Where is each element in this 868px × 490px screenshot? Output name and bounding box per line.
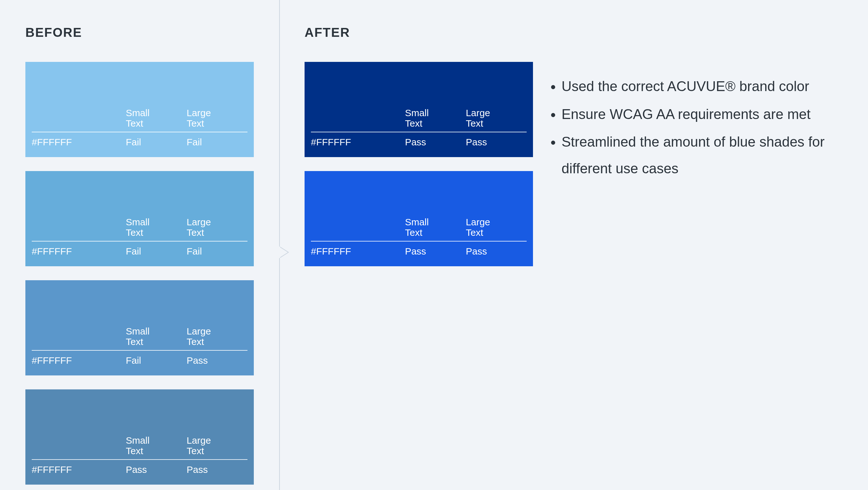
note-item: Streamlined the amount of blue shades fo… xyxy=(561,128,843,182)
small-text-result: Fail xyxy=(126,350,187,368)
contrast-table: #FFFFFFSmallTextLargeText#FFFFFFPassPass xyxy=(311,215,527,258)
after-swatch: #FFFFFFSmallTextLargeText#FFFFFFPassPass xyxy=(305,171,533,266)
contrast-table: #FFFFFFSmallTextLargeText#FFFFFFFailFail xyxy=(32,215,247,258)
hex-value: #FFFFFF xyxy=(32,132,126,150)
page: BEFORE #FFFFFFSmallTextLargeText#FFFFFFF… xyxy=(0,0,868,490)
before-swatch: #FFFFFFSmallTextLargeText#FFFFFFFailFail xyxy=(25,171,254,266)
after-heading: AFTER xyxy=(305,25,533,40)
before-column: BEFORE #FFFFFFSmallTextLargeText#FFFFFFF… xyxy=(0,0,279,490)
hex-value: #FFFFFF xyxy=(32,241,126,258)
small-text-header: SmallText xyxy=(126,106,187,132)
before-swatch-list: #FFFFFFSmallTextLargeText#FFFFFFFailFail… xyxy=(25,62,254,485)
before-swatch: #FFFFFFSmallTextLargeText#FFFFFFFailPass xyxy=(25,280,254,375)
large-text-header: LargeText xyxy=(466,215,527,241)
contrast-table: #FFFFFFSmallTextLargeText#FFFFFFPassPass xyxy=(311,106,527,150)
small-text-header: SmallText xyxy=(126,215,187,241)
small-text-result: Fail xyxy=(126,241,187,258)
hex-value: #FFFFFF xyxy=(32,460,126,477)
hex-value: #FFFFFF xyxy=(311,132,405,150)
before-swatch: #FFFFFFSmallTextLargeText#FFFFFFPassPass xyxy=(25,389,254,485)
large-text-result: Pass xyxy=(187,460,247,477)
small-text-header: SmallText xyxy=(126,433,187,460)
large-text-result: Pass xyxy=(466,241,527,258)
hex-value: #FFFFFF xyxy=(32,350,126,368)
notes-wrap: Used the correct ACUVUE® brand colorEnsu… xyxy=(549,25,843,477)
before-swatch: #FFFFFFSmallTextLargeText#FFFFFFFailFail xyxy=(25,62,254,157)
large-text-result: Pass xyxy=(187,350,247,368)
small-text-result: Fail xyxy=(126,132,187,150)
small-text-header: SmallText xyxy=(405,106,466,132)
large-text-header: LargeText xyxy=(466,106,527,132)
after-swatch-list: #FFFFFFSmallTextLargeText#FFFFFFPassPass… xyxy=(305,62,533,266)
before-heading: BEFORE xyxy=(25,25,254,40)
notes-list: Used the correct ACUVUE® brand colorEnsu… xyxy=(549,73,843,182)
after-column: AFTER #FFFFFFSmallTextLargeText#FFFFFFPa… xyxy=(279,0,868,490)
after-swatch: #FFFFFFSmallTextLargeText#FFFFFFPassPass xyxy=(305,62,533,157)
contrast-table: #FFFFFFSmallTextLargeText#FFFFFFPassPass xyxy=(32,433,247,477)
large-text-result: Pass xyxy=(466,132,527,150)
note-item: Ensure WCAG AA requirements are met xyxy=(561,101,843,128)
small-text-result: Pass xyxy=(405,241,466,258)
large-text-header: LargeText xyxy=(187,324,247,350)
large-text-header: LargeText xyxy=(187,433,247,460)
hex-value: #FFFFFF xyxy=(311,241,405,258)
small-text-result: Pass xyxy=(126,460,187,477)
after-swatch-wrap: AFTER #FFFFFFSmallTextLargeText#FFFFFFPa… xyxy=(305,25,533,477)
large-text-header: LargeText xyxy=(187,106,247,132)
small-text-header: SmallText xyxy=(405,215,466,241)
note-item: Used the correct ACUVUE® brand color xyxy=(561,73,843,100)
contrast-table: #FFFFFFSmallTextLargeText#FFFFFFFailPass xyxy=(32,324,247,368)
contrast-table: #FFFFFFSmallTextLargeText#FFFFFFFailFail xyxy=(32,106,247,150)
small-text-result: Pass xyxy=(405,132,466,150)
large-text-result: Fail xyxy=(187,132,247,150)
small-text-header: SmallText xyxy=(126,324,187,350)
large-text-header: LargeText xyxy=(187,215,247,241)
large-text-result: Fail xyxy=(187,241,247,258)
